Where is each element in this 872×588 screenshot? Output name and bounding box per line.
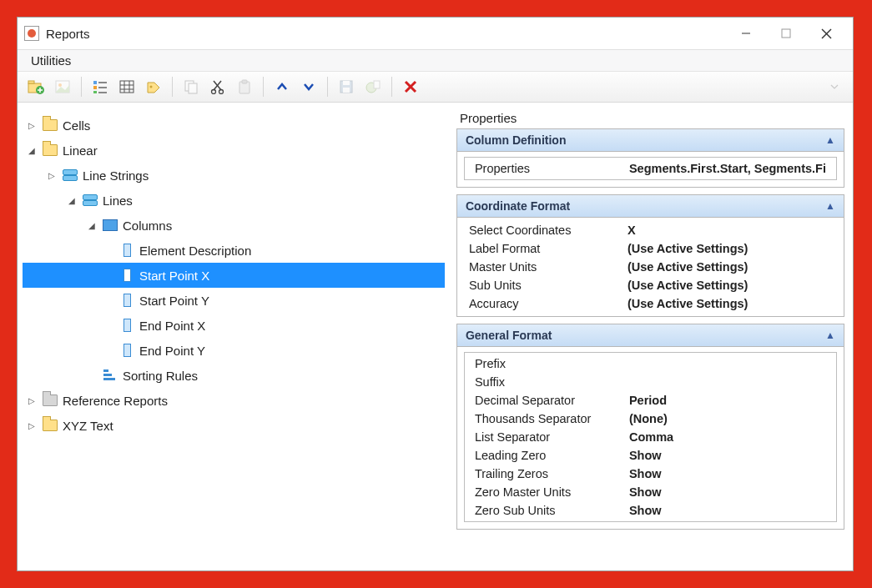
reports-window: Reports Utilities — [17, 17, 854, 571]
tree-label: Reference Reports — [63, 394, 168, 408]
property-row[interactable]: Sub Units(Use Active Settings) — [459, 276, 842, 294]
app-icon — [24, 26, 39, 41]
expander-icon[interactable]: ▷ — [26, 396, 38, 405]
new-folder-button[interactable] — [24, 75, 48, 98]
report-tree: ▷ Cells ◢ Linear ▷ Line Strings ◢ Lines … — [23, 109, 445, 560]
expander-icon[interactable]: ◢ — [66, 196, 78, 205]
expander-icon[interactable]: ◢ — [86, 221, 98, 230]
svg-rect-15 — [98, 87, 107, 88]
toolbar-options-icon[interactable] — [823, 75, 846, 98]
svg-rect-33 — [343, 81, 350, 85]
tree-item-column[interactable]: End Point X — [23, 313, 445, 338]
property-value — [629, 357, 826, 370]
expander-icon[interactable]: ◢ — [26, 146, 38, 155]
group-coordinate-format: Coordinate Format ▲ Select CoordinatesX … — [456, 194, 844, 317]
property-label: Zero Master Units — [475, 485, 629, 499]
group-title: Coordinate Format — [466, 199, 570, 213]
property-value: Show — [629, 467, 826, 480]
group-header[interactable]: General Format ▲ — [457, 324, 844, 347]
image-button[interactable] — [51, 75, 74, 98]
body: ▷ Cells ◢ Linear ▷ Line Strings ◢ Lines … — [18, 103, 853, 570]
property-value: Show — [629, 449, 826, 462]
tree-label: Linear — [63, 143, 98, 158]
titlebar: Reports — [18, 18, 853, 49]
property-value: (Use Active Settings) — [628, 260, 832, 274]
tree-item-lines[interactable]: ◢ Lines — [23, 188, 445, 213]
tree-item-column-selected[interactable]: Start Point X — [23, 263, 445, 288]
property-row[interactable]: Leading ZeroShow — [465, 446, 836, 465]
folder-icon — [43, 418, 58, 433]
svg-rect-1 — [782, 29, 790, 38]
svg-rect-36 — [374, 81, 380, 88]
tree-item-line-strings[interactable]: ▷ Line Strings — [23, 163, 445, 188]
property-row[interactable]: Decimal SeparatorPeriod — [465, 391, 836, 410]
expander-icon[interactable]: ▷ — [46, 171, 58, 180]
property-value: Show — [629, 485, 826, 499]
maximize-button[interactable] — [766, 21, 806, 46]
minimize-button[interactable] — [726, 21, 766, 46]
property-row[interactable]: List SeparatorComma — [465, 428, 836, 446]
tree-item-sorting-rules[interactable]: Sorting Rules — [23, 363, 445, 388]
property-row[interactable]: Trailing ZerosShow — [465, 465, 836, 483]
columns-icon — [103, 218, 118, 233]
property-value: (Use Active Settings) — [628, 279, 832, 292]
property-label: Label Format — [469, 242, 628, 255]
tree-item-column[interactable]: Element Description — [23, 238, 445, 263]
property-value — [629, 375, 826, 389]
tree-label: Sorting Rules — [123, 369, 198, 383]
svg-marker-22 — [148, 83, 159, 93]
tree-label: Line Strings — [83, 168, 149, 183]
tree-item-xyz-text[interactable]: ▷ XYZ Text — [23, 413, 445, 438]
property-value: Comma — [629, 430, 826, 444]
property-value: (None) — [629, 412, 826, 425]
property-row[interactable]: Prefix — [465, 354, 836, 373]
move-down-button[interactable] — [297, 75, 320, 98]
properties-button[interactable] — [88, 75, 112, 98]
property-row[interactable]: Suffix — [465, 373, 836, 391]
tree-item-cells[interactable]: ▷ Cells — [23, 113, 445, 138]
menu-utilities[interactable]: Utilities — [26, 50, 76, 71]
group-header[interactable]: Column Definition ▲ — [457, 129, 844, 152]
tree-item-columns[interactable]: ◢ Columns — [23, 213, 445, 238]
tree-label: XYZ Text — [63, 419, 113, 433]
property-label: Zero Sub Units — [475, 504, 629, 517]
tree-item-column[interactable]: End Point Y — [23, 338, 445, 363]
cut-button[interactable] — [206, 75, 229, 98]
property-row[interactable]: Thousands Separator(None) — [465, 410, 836, 428]
chevron-up-icon: ▲ — [825, 200, 835, 212]
expander-icon[interactable]: ▷ — [26, 121, 38, 130]
property-label: Select Coordinates — [469, 224, 628, 237]
copy-button[interactable] — [179, 75, 203, 98]
property-row[interactable]: Properties Segments.First.Start, Segment… — [465, 159, 836, 178]
property-label: Prefix — [475, 357, 629, 370]
tree-item-column[interactable]: Start Point Y — [23, 288, 445, 313]
tree-item-reference-reports[interactable]: ▷ Reference Reports — [23, 388, 445, 413]
property-label: Accuracy — [469, 297, 628, 310]
tree-label: End Point Y — [139, 344, 205, 358]
paste-button[interactable] — [233, 75, 256, 98]
property-row[interactable]: Zero Master UnitsShow — [465, 483, 836, 501]
property-row[interactable]: Zero Sub UnitsShow — [465, 501, 836, 520]
svg-point-29 — [219, 90, 224, 94]
property-row[interactable]: Select CoordinatesX — [459, 221, 842, 239]
property-row[interactable]: Accuracy(Use Active Settings) — [459, 294, 842, 313]
tree-item-linear[interactable]: ◢ Linear — [23, 138, 445, 163]
delete-button[interactable] — [399, 75, 422, 98]
save-button[interactable] — [335, 75, 358, 98]
toolbar — [18, 71, 853, 103]
close-button[interactable] — [806, 21, 846, 46]
group-header[interactable]: Coordinate Format ▲ — [457, 195, 844, 218]
property-row[interactable]: Label Format(Use Active Settings) — [459, 239, 842, 258]
property-label: Master Units — [469, 260, 628, 274]
tree-label: End Point X — [139, 319, 205, 333]
property-label: Suffix — [475, 375, 629, 389]
property-row[interactable]: Master Units(Use Active Settings) — [459, 258, 842, 276]
export-button[interactable] — [361, 75, 385, 98]
expander-icon[interactable]: ▷ — [26, 421, 38, 430]
svg-rect-13 — [93, 91, 97, 93]
grid-button[interactable] — [115, 75, 139, 98]
tag-button[interactable] — [142, 75, 165, 98]
svg-rect-17 — [120, 81, 134, 93]
move-up-button[interactable] — [270, 75, 294, 98]
properties-panel: Properties Column Definition ▲ Propertie… — [456, 109, 844, 560]
